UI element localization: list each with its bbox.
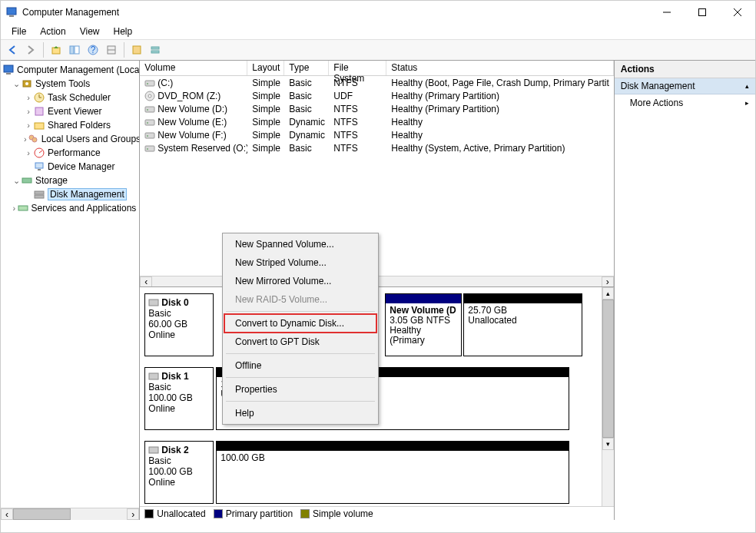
col-status[interactable]: Status (386, 61, 613, 75)
settings-button[interactable] (103, 41, 120, 58)
scroll-down-icon[interactable]: ▾ (602, 438, 614, 450)
forward-button[interactable] (22, 41, 39, 58)
col-layout[interactable]: Layout (247, 61, 284, 75)
col-volume[interactable]: Volume (140, 61, 247, 75)
volume-row[interactable]: New Volume (D:)SimpleBasicNTFSHealthy (P… (140, 102, 613, 115)
disk-kind: Basic (148, 382, 210, 392)
volume-type: Basic (284, 104, 329, 114)
ctx-convert-gpt[interactable]: Convert to GPT Disk (224, 333, 376, 351)
expand-icon[interactable]: › (24, 148, 33, 157)
ctx-help[interactable]: Help (224, 404, 376, 422)
svg-rect-7 (70, 46, 74, 54)
ctx-new-mirrored[interactable]: New Mirrored Volume... (224, 272, 376, 290)
scroll-up-icon[interactable]: ▴ (602, 287, 614, 300)
ctx-new-spanned[interactable]: New Spanned Volume... (224, 235, 376, 253)
volume-status: Healthy (System, Active, Primary Partiti… (386, 143, 613, 154)
disk-info[interactable]: Disk 2Basic100.00 GBOnline (144, 441, 214, 504)
volume-row[interactable]: System Reserved (O:)SimpleBasicNTFSHealt… (140, 141, 613, 154)
tree-device-manager[interactable]: Device Manager (1, 160, 139, 174)
legend-primary: Primary partition (226, 508, 293, 519)
disk-info[interactable]: Disk 0Basic60.00 GBOnline (144, 293, 214, 356)
volume-fs: NTFS (329, 143, 386, 154)
svg-point-19 (25, 82, 28, 85)
expand-icon[interactable]: › (24, 121, 33, 130)
volume-layout: Simple (247, 78, 284, 88)
volume-name: New Volume (D:) (158, 104, 227, 114)
ctx-properties[interactable]: Properties (224, 380, 376, 399)
back-button[interactable] (4, 41, 21, 58)
col-type[interactable]: Type (284, 61, 329, 75)
volume-fs: NTFS (329, 130, 386, 141)
show-hide-tree-button[interactable] (66, 41, 83, 58)
volume-row[interactable]: New Volume (F:)SimpleDynamicNTFSHealthy (140, 128, 613, 141)
partition[interactable]: New Volume (D3.05 GB NTFSHealthy (Primar… (385, 293, 462, 356)
svg-rect-41 (145, 120, 154, 125)
tree-performance[interactable]: ›Performance (1, 146, 139, 160)
svg-rect-6 (52, 48, 60, 54)
col-filesystem[interactable]: File System (329, 61, 386, 75)
refresh-button[interactable] (128, 41, 145, 58)
menu-bar: File Action View Help (1, 24, 755, 39)
svg-rect-49 (149, 447, 158, 453)
scroll-right-icon[interactable]: › (127, 508, 139, 520)
volume-status: Healthy (Primary Partition) (386, 104, 613, 114)
tree-shared-folders[interactable]: ›Shared Folders (1, 118, 139, 132)
up-button[interactable] (48, 41, 65, 58)
ctx-convert-dynamic[interactable]: Convert to Dynamic Disk... (224, 314, 376, 333)
partition[interactable]: 100.00 GB (216, 441, 569, 504)
tree-root[interactable]: Computer Management (Local (1, 63, 139, 77)
disk-info[interactable]: Disk 1Basic100.00 GBOnline (144, 367, 214, 430)
disk-list-button[interactable] (147, 41, 164, 58)
svg-rect-45 (145, 146, 154, 151)
volume-name: (C:) (158, 78, 173, 88)
expand-icon[interactable]: › (24, 107, 33, 116)
tree-services-apps[interactable]: ›Services and Applications (1, 201, 139, 215)
scroll-thumb[interactable] (602, 300, 614, 438)
tree-event-viewer[interactable]: ›Event Viewer (1, 104, 139, 118)
help-button[interactable]: ? (85, 41, 101, 58)
disk-name: Disk 2 (161, 445, 188, 455)
volume-fs: UDF (329, 91, 386, 101)
partition[interactable]: 25.70 GBUnallocated (463, 293, 582, 356)
disk-vertical-scrollbar[interactable]: ▴ ▾ (602, 287, 614, 506)
volume-row[interactable]: (C:)SimpleBasicNTFSHealthy (Boot, Page F… (140, 76, 613, 89)
svg-rect-16 (4, 65, 13, 72)
menu-file[interactable]: File (5, 25, 32, 38)
scroll-left-icon[interactable]: ‹ (140, 276, 152, 287)
volume-row[interactable]: DVD_ROM (Z:)SimpleBasicUDFHealthy (Prima… (140, 89, 613, 102)
tree-disk-management[interactable]: Disk Management (1, 187, 139, 201)
maximize-button[interactable] (685, 1, 720, 24)
toolbar: ? (1, 39, 755, 61)
svg-rect-39 (145, 107, 154, 112)
menu-action[interactable]: Action (34, 25, 71, 38)
collapse-icon[interactable]: ⌄ (12, 79, 21, 89)
scroll-right-icon[interactable]: › (602, 276, 614, 287)
scroll-left-icon[interactable]: ‹ (1, 508, 13, 520)
legend-unallocated: Unallocated (157, 508, 205, 519)
tree-task-scheduler[interactable]: ›Task Scheduler (1, 91, 139, 104)
svg-rect-17 (6, 73, 11, 74)
disk-row: Disk 2Basic100.00 GBOnline100.00 GB (144, 441, 598, 504)
close-button[interactable] (720, 1, 755, 24)
minimize-button[interactable] (649, 1, 685, 24)
scroll-thumb[interactable] (13, 508, 71, 520)
expand-icon[interactable]: › (24, 93, 33, 102)
svg-rect-48 (149, 373, 158, 379)
ctx-offline[interactable]: Offline (224, 356, 376, 375)
actions-section[interactable]: Disk Management ▴ (615, 78, 755, 94)
volume-row[interactable]: New Volume (E:)SimpleDynamicNTFSHealthy (140, 115, 613, 128)
disk-state: Online (148, 329, 210, 340)
tree-local-users[interactable]: ›Local Users and Groups (1, 132, 139, 146)
menu-view[interactable]: View (74, 25, 106, 38)
ctx-new-raid5: New RAID-5 Volume... (224, 290, 376, 309)
menu-help[interactable]: Help (108, 25, 139, 38)
ctx-new-striped[interactable]: New Striped Volume... (224, 253, 376, 272)
tree-storage[interactable]: ⌄Storage (1, 174, 139, 187)
partition-line2: 100.00 GB (220, 453, 565, 463)
disk-name: Disk 1 (161, 371, 188, 382)
tree-horizontal-scrollbar[interactable]: ‹ › (1, 508, 139, 520)
tree-system-tools[interactable]: ⌄System Tools (1, 77, 139, 91)
collapse-icon[interactable]: ⌄ (12, 176, 21, 186)
expand-icon[interactable]: › (12, 204, 17, 213)
actions-more[interactable]: More Actions ▸ (615, 94, 755, 111)
